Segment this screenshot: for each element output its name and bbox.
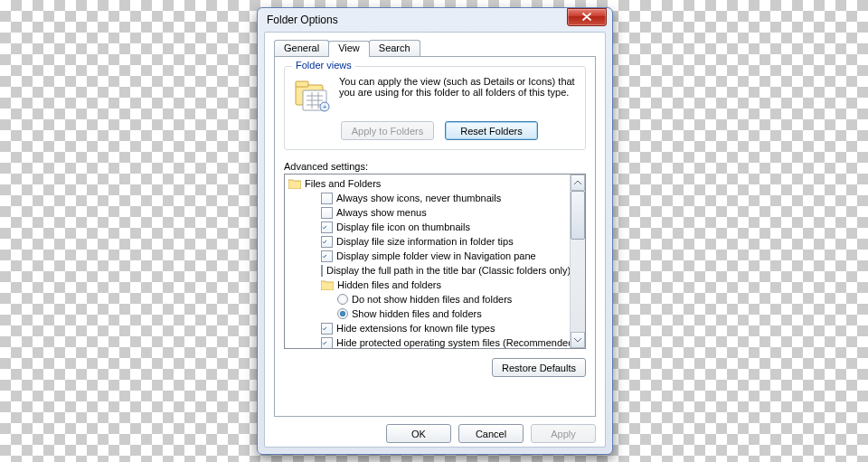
ok-button[interactable]: OK	[386, 424, 451, 443]
checkbox[interactable]	[321, 323, 333, 335]
tree-item-label: Hide extensions for known file types	[336, 323, 495, 334]
folder-views-group: Folder views +	[284, 66, 586, 150]
tab-strip: General View Search	[274, 40, 605, 56]
checkbox[interactable]	[321, 207, 333, 219]
checkbox[interactable]	[321, 193, 333, 204]
apply-to-folders-button[interactable]: Apply to Folders	[341, 121, 434, 140]
tree-item[interactable]: Show hidden files and folders	[288, 306, 568, 321]
tree-item[interactable]: Always show icons, never thumbnails	[288, 191, 568, 205]
chevron-down-icon	[574, 337, 581, 343]
restore-defaults-button[interactable]: Restore Defaults	[492, 358, 586, 377]
cancel-button[interactable]: Cancel	[458, 424, 524, 443]
window-title: Folder Options	[267, 14, 567, 26]
checkbox[interactable]	[321, 250, 333, 262]
tree-item[interactable]: Display file size information in folder …	[288, 234, 568, 249]
folder-options-dialog: Folder Options General View Search Folde…	[257, 7, 613, 455]
chevron-up-icon	[574, 180, 581, 185]
scroll-up-button[interactable]	[571, 174, 585, 191]
tree-item[interactable]: Do not show hidden files and folders	[288, 292, 568, 306]
checkbox[interactable]	[321, 265, 323, 277]
tree-item[interactable]: Hidden files and folders	[288, 278, 568, 292]
checkbox[interactable]	[321, 337, 333, 349]
close-icon	[582, 13, 591, 21]
tree-root[interactable]: Files and Folders	[288, 176, 568, 191]
svg-rect-1	[296, 81, 308, 87]
dialog-button-row: OK Cancel Apply	[265, 424, 605, 447]
advanced-settings-label: Advanced settings:	[284, 161, 586, 172]
tree-viewport[interactable]: Files and Folders Always show icons, nev…	[285, 174, 570, 348]
scrollbar[interactable]	[570, 174, 585, 348]
tree-item[interactable]: Display file icon on thumbnails	[288, 220, 568, 234]
checkbox[interactable]	[321, 222, 333, 233]
tab-view[interactable]: View	[328, 41, 370, 57]
tree-root-label: Files and Folders	[305, 178, 381, 189]
tab-general[interactable]: General	[274, 40, 329, 56]
tree-item-label: Display file size information in folder …	[336, 236, 514, 247]
radio[interactable]	[337, 294, 348, 305]
tree-item[interactable]: Display the full path in the title bar (…	[288, 263, 568, 278]
tree-item[interactable]: Hide extensions for known file types	[288, 321, 568, 335]
close-button[interactable]	[567, 8, 607, 26]
folder-views-text: You can apply the view (such as Details …	[339, 76, 576, 114]
tree-item[interactable]: Display simple folder view in Navigation…	[288, 249, 568, 263]
folder-views-legend: Folder views	[292, 60, 355, 71]
tab-search[interactable]: Search	[369, 40, 420, 56]
folder-icon	[288, 178, 301, 189]
tree-item[interactable]: Hide protected operating system files (R…	[288, 335, 568, 348]
scroll-down-button[interactable]	[571, 332, 585, 348]
tree-item-label: Hide protected operating system files (R…	[336, 337, 570, 348]
tree-item-label: Do not show hidden files and folders	[352, 294, 512, 305]
radio[interactable]	[337, 308, 348, 319]
reset-folders-button[interactable]: Reset Folders	[445, 121, 538, 140]
tree-item-label: Display simple folder view in Navigation…	[336, 250, 536, 261]
tree-item-label: Always show menus	[336, 207, 427, 218]
folder-icon	[321, 279, 334, 290]
checkbox[interactable]	[321, 236, 333, 248]
tree-item-label: Display the full path in the title bar (…	[326, 265, 570, 276]
tree-item[interactable]: Always show menus	[288, 205, 568, 220]
scroll-track[interactable]	[571, 240, 585, 332]
apply-button[interactable]: Apply	[531, 424, 596, 443]
advanced-settings-tree: Files and Folders Always show icons, nev…	[284, 174, 586, 349]
tree-item-label: Display file icon on thumbnails	[336, 222, 470, 232]
client-area: General View Search Folder views	[264, 32, 606, 448]
tree-item-label: Always show icons, never thumbnails	[336, 193, 501, 203]
tree-item-label: Hidden files and folders	[337, 279, 441, 290]
svg-text:+: +	[323, 103, 327, 111]
tab-panel-view: Folder views +	[274, 56, 596, 417]
folder-views-icon: +	[294, 76, 330, 114]
tree-item-label: Show hidden files and folders	[352, 308, 482, 319]
titlebar[interactable]: Folder Options	[258, 8, 612, 32]
scroll-thumb[interactable]	[571, 191, 585, 240]
